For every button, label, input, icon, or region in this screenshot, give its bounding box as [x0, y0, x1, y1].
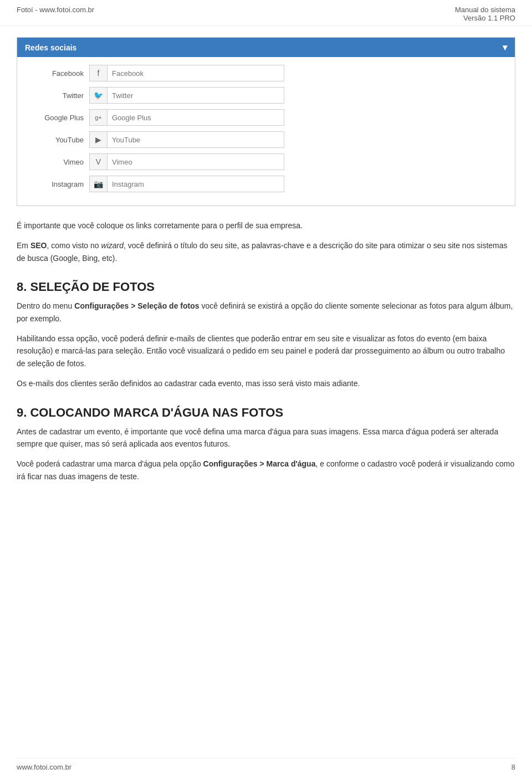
- vimeo-input[interactable]: [107, 153, 284, 170]
- header-manual-info: Manual do sistema Versão 1.1 PRO: [455, 6, 515, 22]
- seo-bold1: SEO: [30, 241, 47, 250]
- youtube-label: YouTube: [28, 136, 89, 144]
- section9-heading: 9. COLOCANDO MARCA D'ÁGUA NAS FOTOS: [17, 406, 515, 420]
- social-row-instagram: Instagram 📷: [28, 176, 504, 192]
- page-header: Fotoí - www.fotoi.com.br Manual do siste…: [0, 0, 532, 26]
- s9p2-bold: Configurações > Marca d'água: [203, 459, 316, 468]
- section8-heading: 8. SELEÇÃO DE FOTOS: [17, 280, 515, 294]
- intro-paragraph: É importante que você coloque os links c…: [17, 219, 515, 232]
- vimeo-label: Vimeo: [28, 158, 89, 166]
- googleplus-icon: g+: [89, 109, 107, 126]
- s9p2-prefix: Você poderá cadastrar uma marca d'água p…: [17, 459, 203, 468]
- instagram-label: Instagram: [28, 180, 89, 188]
- panel-header: Redes sociais ▾: [17, 38, 515, 57]
- instagram-icon: 📷: [89, 176, 107, 192]
- s8p1-bold: Configurações > Seleção de fotos: [74, 301, 199, 310]
- twitter-input[interactable]: [107, 87, 284, 104]
- seo-italic: wizard: [101, 241, 124, 250]
- section8-number: 8.: [17, 280, 30, 294]
- seo-middle: , como visto no: [47, 241, 101, 250]
- header-version: Versão 1.1 PRO: [455, 14, 515, 22]
- social-row-youtube: YouTube ▶: [28, 131, 504, 148]
- section9-para1: Antes de cadastrar um evento, é importan…: [17, 426, 515, 450]
- section8-para2: Habilitando essa opção, você poderá defi…: [17, 332, 515, 370]
- header-manual-title: Manual do sistema: [455, 6, 515, 14]
- social-row-twitter: Twitter 🐦: [28, 87, 504, 104]
- footer-page-number: 8: [511, 763, 515, 771]
- section8-para3: Os e-mails dos clientes serão definidos …: [17, 377, 515, 390]
- section9-title: COLOCANDO MARCA D'ÁGUA NAS FOTOS: [30, 406, 283, 419]
- vimeo-icon: V: [89, 153, 107, 170]
- seo-paragraph: Em SEO, como visto no wizard, você defin…: [17, 239, 515, 264]
- seo-prefix: Em: [17, 241, 30, 250]
- section9-number: 9.: [17, 406, 30, 419]
- main-content: Redes sociais ▾ Facebook f Twitter 🐦 Goo…: [0, 26, 532, 512]
- instagram-input[interactable]: [107, 176, 284, 192]
- panel-body: Facebook f Twitter 🐦 Google Plus g+ YouT…: [17, 57, 515, 206]
- youtube-icon: ▶: [89, 131, 107, 148]
- social-row-facebook: Facebook f: [28, 65, 504, 81]
- chevron-icon[interactable]: ▾: [503, 42, 507, 53]
- twitter-label: Twitter: [28, 91, 89, 100]
- twitter-icon: 🐦: [89, 87, 107, 104]
- googleplus-input[interactable]: [107, 109, 284, 126]
- panel-title: Redes sociais: [25, 43, 76, 52]
- s8p1-prefix: Dentro do menu: [17, 301, 74, 310]
- facebook-label: Facebook: [28, 69, 89, 78]
- footer-url: www.fotoi.com.br: [17, 763, 71, 771]
- googleplus-label: Google Plus: [28, 114, 89, 122]
- social-row-vimeo: Vimeo V: [28, 153, 504, 170]
- section9-para2: Você poderá cadastrar uma marca d'água p…: [17, 458, 515, 483]
- social-panel: Redes sociais ▾ Facebook f Twitter 🐦 Goo…: [17, 37, 515, 206]
- section8-para1: Dentro do menu Configurações > Seleção d…: [17, 300, 515, 325]
- section8-title: SELEÇÃO DE FOTOS: [30, 280, 155, 294]
- facebook-icon: f: [89, 65, 107, 81]
- page-footer: www.fotoi.com.br 8: [17, 758, 515, 771]
- social-row-googleplus: Google Plus g+: [28, 109, 504, 126]
- header-site-name: Fotoí - www.fotoi.com.br: [17, 6, 94, 14]
- facebook-input[interactable]: [107, 65, 284, 81]
- youtube-input[interactable]: [107, 131, 284, 148]
